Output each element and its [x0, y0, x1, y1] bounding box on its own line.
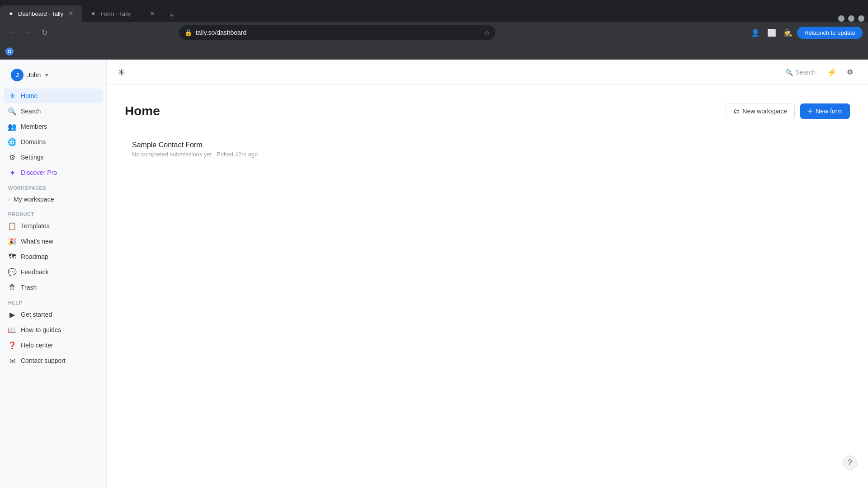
- toolbar-right: 👤 ⬜ 🕵 Relaunch to update: [748, 25, 863, 40]
- sidebar-item-how-to-guides-label: How-to guides: [21, 326, 61, 333]
- profile-button[interactable]: 👤: [748, 25, 763, 40]
- sidebar-item-contact-support[interactable]: ✉ Contact support: [4, 353, 103, 368]
- sidebar-item-feedback-label: Feedback: [21, 268, 48, 276]
- sidebar-item-search[interactable]: 🔍 Search: [4, 104, 103, 118]
- bookmark-icon[interactable]: ☆: [484, 28, 490, 37]
- tab-form[interactable]: ★ Form · Tally ✕: [82, 5, 164, 22]
- tab-dashboard[interactable]: ★ Dashboard · Tally ✕: [0, 5, 82, 22]
- tab-bar: ★ Dashboard · Tally ✕ ★ Form · Tally ✕ +: [0, 0, 868, 22]
- new-workspace-label: New workspace: [742, 108, 787, 115]
- browser-chrome: ★ Dashboard · Tally ✕ ★ Form · Tally ✕ +…: [0, 0, 868, 60]
- sidebar-item-feedback[interactable]: 💬 Feedback: [4, 265, 103, 279]
- help-button[interactable]: ?: [843, 455, 857, 470]
- search-button[interactable]: 🔍 Search: [780, 66, 821, 79]
- sidebar-item-settings[interactable]: ⚙ Settings: [4, 150, 103, 164]
- home-icon: ✳: [8, 92, 16, 100]
- sidebar-item-roadmap[interactable]: 🗺 Roadmap: [4, 249, 103, 264]
- back-button[interactable]: ←: [5, 26, 18, 39]
- new-workspace-button[interactable]: 🗂 New workspace: [726, 103, 795, 119]
- form-card-title: Sample Contact Form: [132, 141, 298, 149]
- main-header-right: 🔍 Search ⚡ ⚙: [780, 65, 857, 80]
- main-nav: ✳ Home 🔍 Search 👥 Members 🌐 Domains ⚙ Se…: [0, 89, 106, 180]
- user-avatar: J: [11, 69, 24, 81]
- whats-new-icon: 🎉: [8, 237, 16, 245]
- incognito-button[interactable]: 🕵: [781, 25, 795, 40]
- sidebar-item-get-started[interactable]: ▶ Get started: [4, 307, 103, 322]
- page-title-row: Home 🗂 New workspace ✛ New form: [125, 103, 850, 119]
- help-nav: ▶ Get started 📖 How-to guides ❓ Help cen…: [0, 307, 106, 368]
- search-icon: 🔍: [8, 107, 16, 115]
- form-card-meta: No completed submissions yet · Edited 42…: [132, 151, 298, 158]
- new-form-label: New form: [816, 108, 843, 115]
- user-header[interactable]: J John ▾: [4, 65, 103, 85]
- relaunch-button[interactable]: Relaunch to update: [797, 27, 863, 39]
- main-area: ✳ 🔍 Search ⚡ ⚙ Home 🗂 New workspace: [107, 60, 868, 488]
- help-center-icon: ❓: [8, 341, 16, 349]
- forward-button[interactable]: →: [22, 26, 34, 39]
- workspaces-section-title: Workspaces: [0, 180, 106, 192]
- contact-support-icon: ✉: [8, 357, 16, 365]
- tally-logo-icon: ✳: [118, 67, 125, 78]
- workspaces-nav: › My workspace: [0, 192, 106, 206]
- sidebar-item-contact-support-label: Contact support: [21, 357, 66, 364]
- form-card[interactable]: Sample Contact Form No completed submiss…: [125, 134, 306, 165]
- get-started-icon: ▶: [8, 310, 16, 319]
- user-chevron-icon: ▾: [45, 72, 48, 78]
- product-nav: 📋 Templates 🎉 What's new 🗺 Roadmap 💬 Fee…: [0, 219, 106, 295]
- sidebar-item-my-workspace[interactable]: › My workspace: [4, 192, 103, 206]
- sidebar-item-home-label: Home: [21, 92, 38, 99]
- sidebar-item-help-center-label: Help center: [21, 342, 53, 349]
- sidebar-item-help-center[interactable]: ❓ Help center: [4, 338, 103, 352]
- roadmap-icon: 🗺: [8, 253, 16, 261]
- google-icon[interactable]: G: [5, 47, 14, 56]
- discover-pro-icon: ✦: [8, 169, 16, 177]
- help-icon: ?: [848, 459, 852, 467]
- sidebar-item-members[interactable]: 👥 Members: [4, 119, 103, 134]
- sidebar-item-domains[interactable]: 🌐 Domains: [4, 135, 103, 149]
- close-button[interactable]: [858, 15, 864, 22]
- sidebar-item-how-to-guides[interactable]: 📖 How-to guides: [4, 323, 103, 337]
- reload-button[interactable]: ↻: [38, 26, 51, 39]
- sidebar-item-trash[interactable]: 🗑 Trash: [4, 280, 103, 295]
- templates-icon: 📋: [8, 222, 16, 230]
- window-controls: [835, 15, 868, 22]
- tab-close-1[interactable]: ✕: [67, 9, 75, 18]
- sidebar-item-roadmap-label: Roadmap: [21, 253, 48, 260]
- main-header-left: ✳: [118, 67, 125, 78]
- minimize-button[interactable]: [838, 15, 844, 22]
- user-name: John: [27, 71, 41, 79]
- sidebar-item-templates[interactable]: 📋 Templates: [4, 219, 103, 233]
- address-bar[interactable]: 🔒 tally.so/dashboard ☆: [179, 25, 495, 40]
- new-tab-button[interactable]: +: [165, 9, 178, 22]
- new-form-button[interactable]: ✛ New form: [800, 103, 850, 119]
- members-icon: 👥: [8, 122, 16, 131]
- domains-icon: 🌐: [8, 138, 16, 146]
- sidebar-item-whats-new[interactable]: 🎉 What's new: [4, 234, 103, 249]
- new-form-icon: ✛: [807, 108, 813, 115]
- sidebar-item-trash-label: Trash: [21, 284, 37, 291]
- sidebar-item-discover-pro[interactable]: ✦ Discover Pro: [4, 165, 103, 180]
- maximize-button[interactable]: [848, 15, 854, 22]
- how-to-guides-icon: 📖: [8, 326, 16, 334]
- tab-title-2: Form · Tally: [100, 10, 145, 17]
- extensions-row: G: [0, 43, 868, 60]
- sidebar-item-discover-pro-label: Discover Pro: [21, 169, 57, 176]
- sidebar-item-home[interactable]: ✳ Home: [4, 89, 103, 103]
- help-section-title: Help: [0, 295, 106, 307]
- trash-icon: 🗑: [8, 283, 16, 291]
- lock-icon: 🔒: [184, 29, 192, 36]
- sidebar-item-members-label: Members: [21, 123, 47, 130]
- address-bar-row: ← → ↻ 🔒 tally.so/dashboard ☆ 👤 ⬜ 🕵 Relau…: [0, 22, 868, 43]
- url-text: tally.so/dashboard: [196, 29, 480, 36]
- sidebar-item-get-started-label: Get started: [21, 311, 52, 318]
- main-header: ✳ 🔍 Search ⚡ ⚙: [107, 60, 868, 85]
- app-settings-button[interactable]: ⚙: [843, 65, 857, 80]
- tab-close-2[interactable]: ✕: [148, 9, 156, 18]
- magic-settings-button[interactable]: ⚡: [825, 65, 839, 80]
- tab-title-1: Dashboard · Tally: [18, 10, 63, 17]
- split-view-button[interactable]: ⬜: [764, 25, 779, 40]
- product-section-title: Product: [0, 206, 106, 219]
- sidebar-item-templates-label: Templates: [21, 222, 50, 230]
- main-content: Home 🗂 New workspace ✛ New form Sample C…: [107, 85, 868, 488]
- search-label: Search: [796, 69, 816, 76]
